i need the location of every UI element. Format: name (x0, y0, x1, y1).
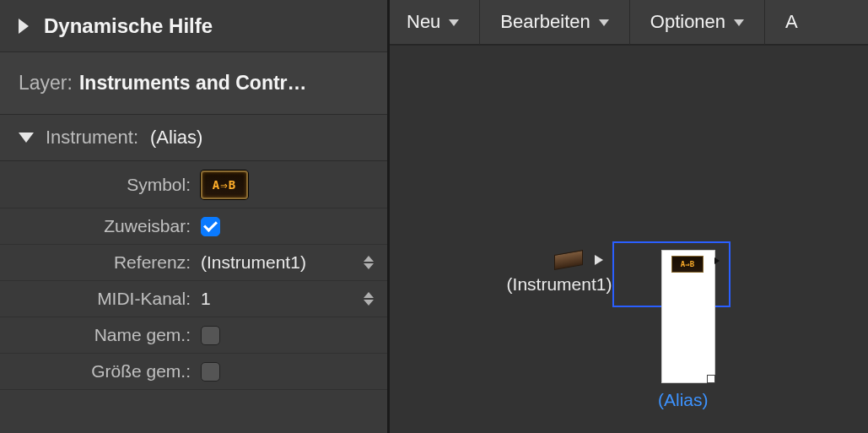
menu-new-label: Neu (407, 11, 440, 33)
prop-name-label: Name gem.: (0, 325, 196, 345)
instrument-node-label: (Instrument1) (507, 274, 612, 295)
chevron-down-icon (734, 19, 744, 26)
help-disclosure-row[interactable]: Dynamische Hilfe (0, 0, 387, 52)
menu-options[interactable]: Optionen (650, 11, 744, 33)
stepper-down-icon (364, 300, 374, 306)
layer-row[interactable]: Layer: Instruments and Contr… (0, 52, 387, 115)
layer-value: Instruments and Contr… (79, 72, 307, 95)
alias-node-label: (Alias) (658, 390, 709, 410)
instrument-value: (Alias) (150, 127, 202, 149)
midi-stepper[interactable] (364, 292, 374, 306)
inspector-sidebar: Dynamische Hilfe Layer: Instruments and … (0, 0, 390, 433)
menu-options-label: Optionen (650, 11, 725, 33)
prop-assignable-label: Zuweisbar: (0, 216, 196, 236)
prop-midi-label: MIDI-Kanal: (0, 289, 196, 309)
alias-symbol-icon[interactable]: A⇒B (201, 170, 248, 199)
prop-size-shared: Größe gem.: (0, 354, 387, 390)
prop-midi-channel: MIDI-Kanal: 1 (0, 281, 387, 317)
alias-small-icon-text: A⇒B (681, 260, 694, 268)
prop-reference-label: Referenz: (0, 252, 196, 273)
toolbar: Neu Bearbeiten Optionen A (390, 0, 868, 46)
menu-edit-label: Bearbeiten (500, 11, 590, 33)
assignable-checkbox[interactable] (201, 217, 220, 236)
midi-value[interactable]: 1 (196, 289, 387, 309)
reference-value[interactable]: (Instrument1) (196, 252, 387, 273)
alias-icon-text: A⇒B (213, 178, 236, 192)
instrument-disclosure-row[interactable]: Instrument: (Alias) (0, 115, 387, 161)
prop-assignable: Zuweisbar: (0, 208, 387, 245)
chevron-down-icon (599, 19, 609, 26)
alias-node[interactable]: A⇒B (661, 250, 715, 383)
prop-reference: Referenz: (Instrument1) (0, 245, 387, 281)
instrument-icon (554, 250, 583, 270)
output-port-icon[interactable] (714, 257, 720, 264)
stepper-up-icon (364, 292, 374, 298)
stepper-up-icon (364, 256, 374, 262)
menu-edit[interactable]: Bearbeiten (500, 11, 608, 33)
instrument-label: Instrument: (46, 127, 138, 149)
menu-truncated[interactable]: A (785, 11, 798, 33)
help-title: Dynamische Hilfe (44, 14, 213, 38)
chevron-down-icon (449, 19, 459, 26)
reference-stepper[interactable] (364, 256, 374, 269)
alias-small-icon: A⇒B (671, 256, 704, 273)
toolbar-separator (764, 0, 765, 45)
environment-canvas: Neu Bearbeiten Optionen A (Instrument1) (390, 0, 868, 433)
name-checkbox[interactable] (201, 326, 220, 345)
toolbar-separator (479, 0, 480, 45)
prop-symbol: Symbol: A⇒B (0, 161, 387, 208)
toolbar-separator (629, 0, 630, 45)
chevron-right-icon (19, 19, 29, 34)
canvas-area[interactable]: (Instrument1) A⇒B (Alias) (390, 46, 868, 433)
resize-handle[interactable] (707, 375, 715, 383)
size-checkbox[interactable] (201, 362, 220, 382)
prop-symbol-label: Symbol: (0, 175, 196, 195)
stepper-down-icon (364, 263, 374, 269)
instrument-node[interactable]: (Instrument1) (488, 252, 631, 295)
play-icon (595, 255, 603, 265)
menu-truncated-label: A (785, 11, 798, 33)
prop-name-shared: Name gem.: (0, 317, 387, 354)
prop-size-label: Größe gem.: (0, 361, 196, 382)
menu-new[interactable]: Neu (407, 11, 459, 33)
chevron-down-icon (19, 133, 34, 143)
layer-label: Layer: (19, 72, 73, 95)
